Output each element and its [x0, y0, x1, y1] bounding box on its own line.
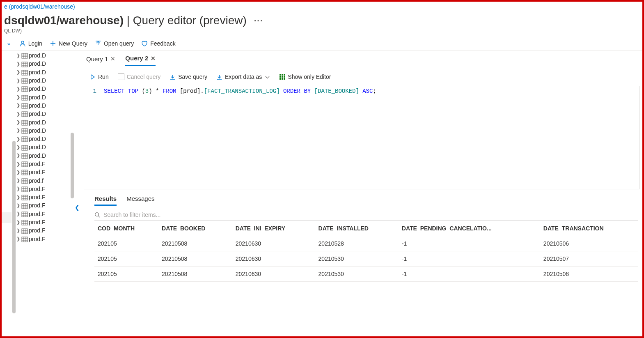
- sidebar-scrollbar[interactable]: [71, 133, 74, 198]
- breadcrumb: e (prodsqldw01/warehouse): [2, 2, 642, 11]
- tree-item[interactable]: ❯prod.D: [13, 93, 74, 101]
- chevron-right-icon: ❯: [16, 103, 21, 108]
- tree-item[interactable]: ❯prod.D: [13, 110, 74, 118]
- chevron-right-icon: ❯: [16, 61, 21, 67]
- export-data-button[interactable]: Export data as: [216, 74, 270, 80]
- tree-item[interactable]: ❯prod.F: [13, 168, 74, 176]
- page-subtitle: QL DW): [2, 27, 642, 37]
- tree-item[interactable]: ❯prod.D: [13, 135, 74, 143]
- collapse-panel-icon[interactable]: ❮: [75, 204, 80, 211]
- close-icon[interactable]: ✕: [151, 55, 156, 62]
- column-header[interactable]: DATE_INI_EXPIRY: [232, 221, 315, 236]
- tree-item[interactable]: ❯prod.F: [13, 210, 74, 218]
- title-suffix: | Query editor (preview): [127, 14, 247, 27]
- chevron-right-icon: ❯: [16, 86, 21, 92]
- table-cell: -1: [399, 236, 540, 251]
- tree-item[interactable]: ❯prod.D: [13, 126, 74, 135]
- show-only-editor-button[interactable]: Show only Editor: [280, 74, 331, 80]
- column-header[interactable]: DATE_PENDING_CANCELATIO...: [399, 221, 540, 236]
- chevron-right-icon: ❯: [16, 128, 21, 133]
- tree-item-label: prod.D: [29, 119, 46, 126]
- close-icon[interactable]: ✕: [110, 55, 115, 62]
- svg-point-0: [21, 41, 24, 44]
- results-tabs: Results Messages: [94, 195, 642, 206]
- feedback-button[interactable]: Feedback: [141, 40, 175, 47]
- page-title: dsqldw01/warehouse) | Query editor (prev…: [4, 14, 642, 27]
- table-cell: 20210508: [158, 236, 232, 251]
- tree-item[interactable]: ❯prod.D: [13, 152, 74, 160]
- chevron-right-icon: ❯: [16, 136, 21, 142]
- tree-item[interactable]: ❯prod.F: [13, 185, 74, 193]
- svg-rect-4: [22, 78, 28, 83]
- login-button[interactable]: Login: [19, 40, 42, 47]
- run-label: Run: [98, 74, 109, 80]
- svg-rect-5: [22, 87, 28, 92]
- collapse-sidebar-icon[interactable]: «: [6, 41, 12, 46]
- open-query-button[interactable]: Open query: [95, 40, 134, 47]
- table-icon: [21, 177, 28, 184]
- table-icon: [21, 127, 28, 134]
- download-icon: [216, 74, 222, 80]
- table-cell: 20210528: [315, 236, 399, 251]
- open-query-label: Open query: [104, 40, 134, 47]
- more-icon[interactable]: ···: [254, 16, 264, 25]
- run-button[interactable]: Run: [89, 74, 109, 80]
- query-tab[interactable]: Query 2✕: [125, 55, 156, 66]
- breadcrumb-link[interactable]: e (prodsqldw01/warehouse): [4, 3, 75, 10]
- tree-item[interactable]: ❯prod.F: [13, 201, 74, 209]
- tree-item[interactable]: ❯prod.D: [13, 118, 74, 126]
- main-area: ❯prod.D❯prod.D❯prod.D❯prod.D❯prod.D❯prod…: [2, 51, 642, 323]
- svg-rect-7: [22, 103, 28, 108]
- tree-item[interactable]: ❯prod.D: [13, 51, 74, 60]
- column-header[interactable]: COD_MONTH: [94, 221, 158, 236]
- save-query-button[interactable]: Save query: [170, 74, 207, 80]
- chevron-right-icon: ❯: [16, 153, 21, 158]
- tree-item[interactable]: ❯prod.F: [13, 193, 74, 201]
- object-explorer: ❯prod.D❯prod.D❯prod.D❯prod.D❯prod.D❯prod…: [13, 51, 74, 323]
- tree-item-label: prod.f: [29, 177, 44, 184]
- table-icon: [21, 102, 28, 109]
- tree-item[interactable]: ❯prod.F: [13, 218, 74, 226]
- results-panel: Results Messages COD_MONTHDATE_BOOKEDDAT…: [74, 189, 642, 282]
- table-icon: [21, 85, 28, 92]
- export-label: Export data as: [225, 74, 262, 80]
- sql-editor[interactable]: 1 SELECT TOP (3) * FROM [prod].[FACT_TRA…: [84, 86, 640, 189]
- table-cell: 20210507: [540, 251, 638, 267]
- new-query-button[interactable]: New Query: [50, 40, 87, 47]
- table-row[interactable]: 202105202105082021063020210528-120210506: [94, 236, 638, 251]
- table-icon: [21, 136, 28, 142]
- tree-item[interactable]: ❯prod.f: [13, 176, 74, 184]
- table-icon: [21, 227, 28, 234]
- tree-item[interactable]: ❯prod.D: [13, 85, 74, 93]
- column-header[interactable]: DATE_BOOKED: [158, 221, 232, 236]
- column-header[interactable]: DATE_TRANSACTION: [540, 221, 638, 236]
- editor-gutter: 1: [84, 86, 101, 189]
- tree-item[interactable]: ❯prod.D: [13, 143, 74, 151]
- tree-item[interactable]: ❯prod.D: [13, 101, 74, 110]
- tree-item-label: prod.D: [29, 69, 46, 76]
- column-header[interactable]: DATE_INSTALLED: [315, 221, 399, 236]
- tree-item[interactable]: ❯prod.D: [13, 68, 74, 76]
- chevron-right-icon: ❯: [16, 69, 21, 75]
- table-row[interactable]: 202105202105082021063020210530-120210508: [94, 267, 638, 282]
- query-tab[interactable]: Query 1✕: [86, 55, 115, 66]
- tab-messages[interactable]: Messages: [126, 195, 154, 206]
- table-header-row: COD_MONTHDATE_BOOKEDDATE_INI_EXPIRYDATE_…: [94, 221, 638, 236]
- chevron-right-icon: ❯: [16, 178, 21, 183]
- tree-item-label: prod.D: [29, 152, 46, 159]
- top-toolbar: « Login New Query Open query Feedback: [2, 37, 642, 51]
- tree-item[interactable]: ❯prod.F: [13, 226, 74, 235]
- editor-code[interactable]: SELECT TOP (3) * FROM [prod].[FACT_TRANS…: [101, 86, 376, 189]
- chevron-right-icon: ❯: [16, 94, 21, 100]
- tree-item[interactable]: ❯prod.F: [13, 160, 74, 168]
- tree-item[interactable]: ❯prod.F: [13, 235, 74, 243]
- tree-item[interactable]: ❯prod.D: [13, 60, 74, 68]
- table-row[interactable]: 202105202105082021063020210530-120210507: [94, 251, 638, 267]
- svg-rect-11: [22, 137, 28, 142]
- tree-item-label: prod.F: [29, 236, 45, 242]
- tree-item[interactable]: ❯prod.D: [13, 76, 74, 85]
- tree-item-label: prod.F: [29, 169, 45, 175]
- search-input[interactable]: [103, 212, 638, 218]
- tree-item-label: prod.F: [29, 211, 45, 217]
- tab-results[interactable]: Results: [94, 195, 117, 206]
